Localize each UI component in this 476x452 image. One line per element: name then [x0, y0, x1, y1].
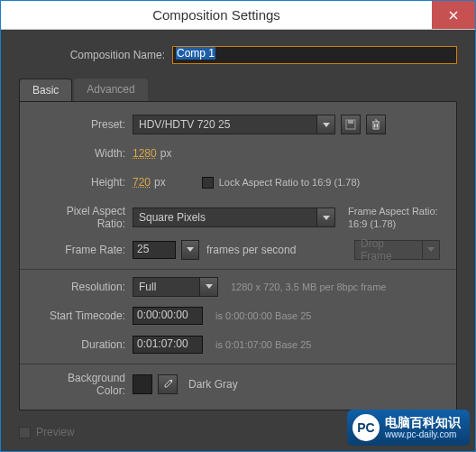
preset-value: HDV/HDTV 720 25 [133, 118, 235, 131]
basic-panel: Preset: HDV/HDTV 720 25 Width: 1280 [19, 102, 457, 410]
tab-basic[interactable]: Basic [19, 78, 72, 101]
tabs: Basic Advanced [19, 78, 457, 102]
dialog-content: Composition Name: Comp 1 Basic Advanced … [1, 30, 475, 420]
pixel-aspect-dropdown[interactable]: Square Pixels [133, 208, 335, 227]
start-timecode-info: is 0:00:00:00 Base 25 [215, 310, 311, 321]
frame-aspect-value: 16:9 (1.78) [348, 217, 438, 230]
resolution-dropdown-arrow[interactable] [199, 278, 217, 296]
chevron-down-icon [206, 284, 213, 289]
composition-name-label: Composition Name: [19, 49, 172, 61]
save-icon [345, 119, 356, 130]
pixel-aspect-dropdown-arrow[interactable] [316, 208, 334, 226]
titlebar: Composition Settings [1, 1, 475, 30]
drop-frame-dropdown: Drop Frame [354, 240, 440, 260]
lock-aspect-checkbox[interactable] [202, 177, 214, 189]
separator [20, 364, 456, 364]
trash-icon [371, 119, 381, 130]
height-value[interactable]: 720 [133, 176, 151, 189]
frame-rate-value: 25 [137, 243, 149, 255]
frame-aspect-info: Frame Aspect Ratio: 16:9 (1.78) [348, 205, 438, 231]
drop-frame-value: Drop Frame [355, 237, 422, 263]
delete-preset-button[interactable] [366, 115, 386, 134]
window-title: Composition Settings [1, 7, 432, 23]
chevron-down-icon [323, 123, 330, 127]
bgcolor-swatch[interactable] [133, 374, 152, 394]
pixel-aspect-label: Pixel Aspect Ratio: [36, 205, 133, 230]
width-value[interactable]: 1280 [133, 147, 157, 160]
bgcolor-name: Dark Gray [188, 378, 238, 391]
chevron-down-icon [187, 247, 194, 252]
start-timecode-label: Start Timecode: [36, 309, 133, 322]
composition-settings-window: Composition Settings Composition Name: C… [0, 0, 476, 452]
width-unit: px [160, 147, 172, 160]
pixel-aspect-value: Square Pixels [133, 211, 211, 224]
svg-point-2 [170, 379, 172, 381]
eyedropper-button[interactable] [158, 374, 178, 394]
watermark-icon: PC [352, 414, 380, 441]
width-label: Width: [36, 147, 133, 160]
frame-rate-label: Frame Rate: [36, 244, 133, 256]
resolution-label: Resolution: [36, 281, 133, 293]
duration-label: Duration: [36, 338, 133, 351]
frame-rate-unit: frames per second [206, 244, 296, 256]
start-timecode-value: 0:00:00:00 [137, 309, 188, 321]
watermark: PC 电脑百科知识 www.pc-daily.com [347, 410, 470, 446]
preview-checkbox [19, 427, 31, 438]
preset-dropdown[interactable]: HDV/HDTV 720 25 [133, 115, 335, 134]
save-preset-button[interactable] [341, 115, 361, 134]
preview-label: Preview [36, 426, 75, 438]
resolution-info: 1280 x 720, 3.5 MB per 8bpc frame [231, 281, 386, 292]
resolution-value: Full [133, 281, 161, 293]
chevron-down-icon [323, 216, 330, 220]
duration-info: is 0:01:07:00 Base 25 [215, 339, 311, 350]
preset-dropdown-arrow[interactable] [316, 115, 334, 134]
watermark-text-cn: 电脑百科知识 [385, 416, 461, 429]
chevron-down-icon [427, 247, 435, 252]
start-timecode-input[interactable]: 0:00:00:00 [133, 307, 203, 325]
tab-advanced[interactable]: Advanced [74, 78, 147, 101]
watermark-url: www.pc-daily.com [385, 429, 461, 439]
separator [20, 269, 456, 270]
drop-frame-dropdown-arrow [422, 241, 439, 259]
preview-row: Preview [19, 426, 75, 438]
duration-input[interactable]: 0:01:07:00 [133, 336, 203, 354]
frame-rate-input[interactable]: 25 [133, 241, 176, 259]
frame-rate-dropdown-arrow[interactable] [181, 240, 199, 260]
frame-aspect-label: Frame Aspect Ratio: [348, 205, 438, 217]
eyedropper-icon [162, 379, 173, 390]
close-button[interactable] [432, 1, 475, 29]
preset-label: Preset: [36, 118, 133, 131]
duration-value: 0:01:07:00 [137, 337, 188, 350]
resolution-dropdown[interactable]: Full [133, 277, 218, 297]
composition-name-value: Comp 1 [176, 47, 215, 60]
lock-aspect-label: Lock Aspect Ratio to 16:9 (1.78) [219, 177, 361, 188]
close-icon [449, 11, 458, 20]
height-unit: px [154, 176, 166, 189]
composition-name-input[interactable]: Comp 1 [172, 46, 457, 64]
svg-rect-1 [348, 120, 353, 124]
height-label: Height: [36, 176, 133, 189]
bgcolor-label: Background Color: [36, 372, 133, 397]
